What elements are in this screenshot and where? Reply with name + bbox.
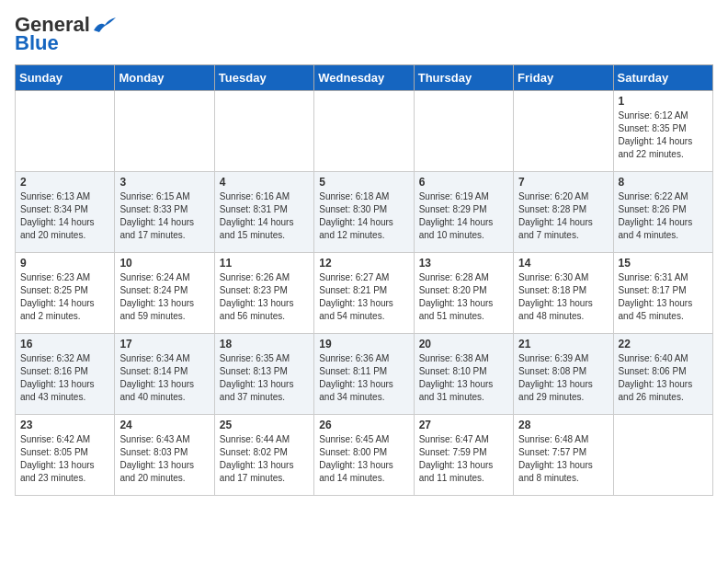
day-info: Sunrise: 6:15 AM Sunset: 8:33 PM Dayligh…	[119, 190, 209, 242]
calendar-cell: 20Sunrise: 6:38 AM Sunset: 8:10 PM Dayli…	[414, 334, 513, 415]
day-info: Sunrise: 6:12 AM Sunset: 8:35 PM Dayligh…	[619, 109, 708, 161]
day-info: Sunrise: 6:43 AM Sunset: 8:03 PM Dayligh…	[119, 433, 209, 485]
day-number: 13	[419, 257, 508, 270]
day-number: 1	[619, 95, 708, 108]
calendar-cell: 2Sunrise: 6:13 AM Sunset: 8:34 PM Daylig…	[16, 172, 115, 253]
calendar-table: SundayMondayTuesdayWednesdayThursdayFrid…	[15, 64, 713, 496]
day-info: Sunrise: 6:40 AM Sunset: 8:06 PM Dayligh…	[619, 352, 708, 404]
calendar-cell: 13Sunrise: 6:28 AM Sunset: 8:20 PM Dayli…	[414, 253, 513, 334]
calendar-cell: 4Sunrise: 6:16 AM Sunset: 8:31 PM Daylig…	[214, 172, 313, 253]
calendar-cell: 14Sunrise: 6:30 AM Sunset: 8:18 PM Dayli…	[514, 253, 613, 334]
day-info: Sunrise: 6:35 AM Sunset: 8:13 PM Dayligh…	[220, 352, 309, 404]
day-number: 20	[419, 338, 508, 350]
calendar-cell: 18Sunrise: 6:35 AM Sunset: 8:13 PM Dayli…	[214, 334, 313, 415]
calendar-cell: 8Sunrise: 6:22 AM Sunset: 8:26 PM Daylig…	[613, 172, 712, 253]
day-info: Sunrise: 6:16 AM Sunset: 8:31 PM Dayligh…	[220, 190, 309, 242]
day-info: Sunrise: 6:22 AM Sunset: 8:26 PM Dayligh…	[619, 190, 708, 242]
day-info: Sunrise: 6:30 AM Sunset: 8:18 PM Dayligh…	[518, 271, 608, 323]
calendar-week-3: 9Sunrise: 6:23 AM Sunset: 8:25 PM Daylig…	[16, 253, 713, 334]
calendar-header-row: SundayMondayTuesdayWednesdayThursdayFrid…	[16, 65, 713, 91]
day-number: 25	[220, 419, 309, 431]
day-number: 4	[220, 176, 309, 189]
weekday-header-saturday: Saturday	[613, 65, 712, 91]
calendar-cell	[514, 91, 613, 172]
day-info: Sunrise: 6:34 AM Sunset: 8:14 PM Dayligh…	[119, 352, 209, 404]
calendar-cell	[414, 91, 513, 172]
day-info: Sunrise: 6:47 AM Sunset: 7:59 PM Dayligh…	[419, 433, 508, 485]
calendar-cell: 25Sunrise: 6:44 AM Sunset: 8:02 PM Dayli…	[214, 415, 313, 496]
calendar-week-5: 23Sunrise: 6:42 AM Sunset: 8:05 PM Dayli…	[16, 415, 713, 496]
page-header: General Blue	[15, 15, 713, 53]
day-number: 24	[119, 419, 209, 431]
weekday-header-thursday: Thursday	[414, 65, 513, 91]
calendar-cell: 3Sunrise: 6:15 AM Sunset: 8:33 PM Daylig…	[115, 172, 214, 253]
day-number: 27	[419, 419, 508, 431]
day-info: Sunrise: 6:36 AM Sunset: 8:11 PM Dayligh…	[319, 352, 408, 404]
calendar-cell: 1Sunrise: 6:12 AM Sunset: 8:35 PM Daylig…	[613, 91, 712, 172]
weekday-header-wednesday: Wednesday	[314, 65, 414, 91]
calendar-cell	[314, 91, 414, 172]
calendar-cell: 23Sunrise: 6:42 AM Sunset: 8:05 PM Dayli…	[16, 415, 115, 496]
day-info: Sunrise: 6:13 AM Sunset: 8:34 PM Dayligh…	[20, 190, 109, 242]
day-info: Sunrise: 6:38 AM Sunset: 8:10 PM Dayligh…	[419, 352, 508, 404]
logo-blue: Blue	[15, 33, 59, 53]
weekday-header-monday: Monday	[115, 65, 214, 91]
day-number: 19	[319, 338, 408, 350]
calendar-cell: 7Sunrise: 6:20 AM Sunset: 8:28 PM Daylig…	[514, 172, 613, 253]
calendar-cell: 9Sunrise: 6:23 AM Sunset: 8:25 PM Daylig…	[16, 253, 115, 334]
day-number: 14	[518, 257, 608, 270]
calendar-cell: 15Sunrise: 6:31 AM Sunset: 8:17 PM Dayli…	[613, 253, 712, 334]
day-info: Sunrise: 6:26 AM Sunset: 8:23 PM Dayligh…	[220, 271, 309, 323]
calendar-cell: 6Sunrise: 6:19 AM Sunset: 8:29 PM Daylig…	[414, 172, 513, 253]
calendar-cell: 11Sunrise: 6:26 AM Sunset: 8:23 PM Dayli…	[214, 253, 313, 334]
day-number: 18	[220, 338, 309, 350]
day-info: Sunrise: 6:44 AM Sunset: 8:02 PM Dayligh…	[220, 433, 309, 485]
day-number: 2	[20, 176, 109, 189]
weekday-header-sunday: Sunday	[16, 65, 115, 91]
day-info: Sunrise: 6:28 AM Sunset: 8:20 PM Dayligh…	[419, 271, 508, 323]
day-info: Sunrise: 6:32 AM Sunset: 8:16 PM Dayligh…	[20, 352, 109, 404]
day-info: Sunrise: 6:18 AM Sunset: 8:30 PM Dayligh…	[319, 190, 408, 242]
day-number: 15	[619, 257, 708, 270]
day-number: 21	[518, 338, 608, 350]
day-info: Sunrise: 6:19 AM Sunset: 8:29 PM Dayligh…	[419, 190, 508, 242]
calendar-cell	[214, 91, 313, 172]
calendar-cell: 17Sunrise: 6:34 AM Sunset: 8:14 PM Dayli…	[115, 334, 214, 415]
day-info: Sunrise: 6:23 AM Sunset: 8:25 PM Dayligh…	[20, 271, 109, 323]
weekday-header-tuesday: Tuesday	[214, 65, 313, 91]
day-number: 3	[119, 176, 209, 189]
logo-bird-icon	[92, 17, 116, 34]
day-info: Sunrise: 6:24 AM Sunset: 8:24 PM Dayligh…	[119, 271, 209, 323]
day-info: Sunrise: 6:20 AM Sunset: 8:28 PM Dayligh…	[518, 190, 608, 242]
day-number: 8	[619, 176, 708, 189]
day-number: 11	[220, 257, 309, 270]
calendar-week-1: 1Sunrise: 6:12 AM Sunset: 8:35 PM Daylig…	[16, 91, 713, 172]
day-info: Sunrise: 6:27 AM Sunset: 8:21 PM Dayligh…	[319, 271, 408, 323]
day-info: Sunrise: 6:31 AM Sunset: 8:17 PM Dayligh…	[619, 271, 708, 323]
calendar-cell: 10Sunrise: 6:24 AM Sunset: 8:24 PM Dayli…	[115, 253, 214, 334]
day-number: 28	[518, 419, 608, 431]
day-number: 12	[319, 257, 408, 270]
calendar-cell: 21Sunrise: 6:39 AM Sunset: 8:08 PM Dayli…	[514, 334, 613, 415]
day-number: 17	[119, 338, 209, 350]
calendar-cell: 24Sunrise: 6:43 AM Sunset: 8:03 PM Dayli…	[115, 415, 214, 496]
calendar-cell: 22Sunrise: 6:40 AM Sunset: 8:06 PM Dayli…	[613, 334, 712, 415]
calendar-cell: 19Sunrise: 6:36 AM Sunset: 8:11 PM Dayli…	[314, 334, 414, 415]
day-info: Sunrise: 6:45 AM Sunset: 8:00 PM Dayligh…	[319, 433, 408, 485]
day-number: 16	[20, 338, 109, 350]
day-number: 22	[619, 338, 708, 350]
day-number: 7	[518, 176, 608, 189]
day-number: 6	[419, 176, 508, 189]
calendar-cell	[613, 415, 712, 496]
day-number: 9	[20, 257, 109, 270]
calendar-cell: 16Sunrise: 6:32 AM Sunset: 8:16 PM Dayli…	[16, 334, 115, 415]
calendar-week-4: 16Sunrise: 6:32 AM Sunset: 8:16 PM Dayli…	[16, 334, 713, 415]
day-info: Sunrise: 6:48 AM Sunset: 7:57 PM Dayligh…	[518, 433, 608, 485]
calendar-cell: 12Sunrise: 6:27 AM Sunset: 8:21 PM Dayli…	[314, 253, 414, 334]
day-info: Sunrise: 6:42 AM Sunset: 8:05 PM Dayligh…	[20, 433, 109, 485]
day-info: Sunrise: 6:39 AM Sunset: 8:08 PM Dayligh…	[518, 352, 608, 404]
day-number: 23	[20, 419, 109, 431]
calendar-cell: 27Sunrise: 6:47 AM Sunset: 7:59 PM Dayli…	[414, 415, 513, 496]
weekday-header-friday: Friday	[514, 65, 613, 91]
calendar-week-2: 2Sunrise: 6:13 AM Sunset: 8:34 PM Daylig…	[16, 172, 713, 253]
